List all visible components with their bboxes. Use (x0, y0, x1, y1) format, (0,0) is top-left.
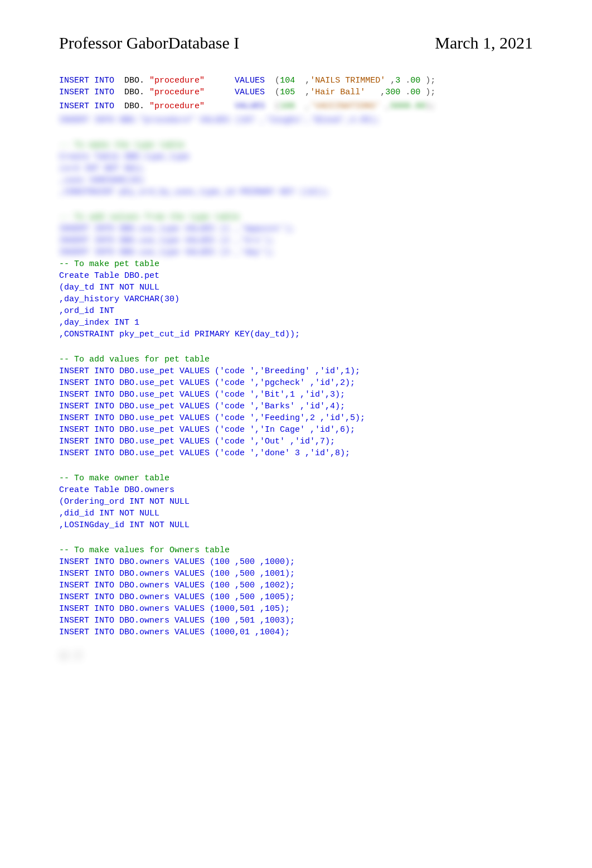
blur-line: INSERT INTO DBO."procedure" VALUES (107 … (59, 115, 380, 125)
sql-line-3: INSERT INTO DBO. "procedure" VALUES (106… (59, 98, 533, 112)
footer-blur: ㅁ 7 (59, 649, 533, 663)
paren-open: ( (265, 102, 280, 111)
comma: , (385, 76, 395, 85)
blur-line: Create Table DBO.pet (59, 271, 159, 281)
blur-comment: -- To make values for Owners table (59, 546, 230, 555)
comma: , (295, 102, 310, 111)
number: 104 (280, 76, 295, 85)
comma: , (365, 88, 385, 97)
footer-text: ㅁ 7 (59, 651, 81, 662)
keyword-values: VALUES (205, 76, 265, 85)
blur-line: ,uses VARCHAR(20) (59, 176, 144, 185)
keyword-proc: "procedure" (144, 76, 205, 85)
blur-comment: -- To add values from the type table (59, 213, 240, 222)
keyword-dbo: DBO. (114, 88, 144, 97)
blur-comment: -- To make owner table (59, 474, 169, 483)
blur-comment: -- To add values for pet table (59, 355, 210, 364)
blur-line: INSERT INTO DBO.owners VALUES (1000,01 ,… (59, 628, 290, 637)
blur-line: INSERT INTO DBO.use_type VALUES (2 ,'hrs… (59, 236, 275, 245)
keyword-dbo: DBO. (114, 102, 144, 111)
dot: . (400, 88, 410, 97)
sql-line-1: INSERT INTO DBO. "procedure" VALUES (104… (59, 75, 533, 86)
blur-line: INSERT INTO DBO.use_pet VALUES ('code ',… (59, 390, 345, 399)
blur-line: Create Table DBO.owners (59, 485, 174, 495)
keyword-insert: INSERT INTO (59, 102, 114, 111)
number: 5000 (390, 102, 410, 111)
blur-line: INSERT INTO DBO.use_type VALUES (3 ,'day… (59, 248, 275, 257)
paren-open: ( (265, 88, 280, 97)
blur-line: ,day_history VARCHAR(30) (59, 295, 179, 304)
blur-line: INSERT INTO DBO.use_pet VALUES ('code ',… (59, 402, 345, 411)
blur-comment: -- To make pet table (59, 259, 159, 269)
blur-line: INSERT INTO DBO.use_pet VALUES ('code ',… (59, 367, 360, 376)
keyword-proc: "procedure" (144, 102, 205, 111)
number: 300 (385, 88, 400, 97)
blur-comment: -- To make the type table (59, 141, 185, 150)
paren-close: ); (420, 76, 435, 85)
blur-line: INSERT INTO DBO.owners VALUES (100 ,500 … (59, 581, 295, 590)
number: 00 (410, 76, 420, 85)
blur-line: ,CONSTRAINT pky_pet_cut_id PRIMARY KEY(d… (59, 330, 300, 339)
comma: , (295, 76, 310, 85)
blur-line: INSERT INTO DBO.use_pet VALUES ('code ',… (59, 378, 355, 388)
blur-line: INSERT INTO DBO.use_pet VALUES ('code ',… (59, 449, 350, 458)
blur-line: Create Table DBO.type_type (59, 152, 190, 162)
dot: . (400, 76, 410, 85)
keyword-insert: INSERT INTO (59, 88, 114, 97)
blur-line: INSERT INTO DBO.owners VALUES (100 ,500 … (59, 569, 295, 578)
blur-line: (ord INT NOT NULL (59, 164, 144, 173)
keyword-values: VALUES (205, 88, 265, 97)
paren-open: ( (265, 76, 280, 85)
comma: , (295, 88, 310, 97)
blur-line: INSERT INTO DBO.use_type VALUES (1 ,'App… (59, 224, 295, 234)
blur-line: INSERT INTO DBO.owners VALUES (100 ,500 … (59, 557, 295, 567)
keyword-proc: "procedure" (144, 88, 205, 97)
blur-line: INSERT INTO DBO.use_pet VALUES ('code ',… (59, 413, 365, 423)
sql-code-block: INSERT INTO DBO. "procedure" VALUES (104… (59, 75, 533, 112)
paren-close: ); (425, 102, 435, 111)
blur-line: (Ordering_ord INT NOT NULL (59, 497, 190, 507)
number: .00 (410, 102, 425, 111)
blur-line: INSERT INTO DBO.owners VALUES (100 ,500 … (59, 592, 295, 602)
keyword-values: VALUES (205, 102, 265, 111)
number: 106 (280, 102, 295, 111)
number: 00 (410, 88, 420, 97)
blur-line: INSERT INTO DBO.owners VALUES (1000,501 … (59, 604, 290, 614)
blur-line: INSERT INTO DBO.owners VALUES (100 ,501 … (59, 616, 295, 625)
number: 3 (395, 76, 400, 85)
string-literal: 'VACCINATIONS' (310, 102, 380, 111)
blurred-content: INSERT INTO DBO."procedure" VALUES (107 … (59, 114, 533, 258)
blur-line: ,ord_id INT (59, 306, 114, 316)
blur-line: INSERT INTO DBO.use_pet VALUES ('code ',… (59, 437, 335, 446)
blur-line: ,did_id INT NOT NULL (59, 509, 159, 518)
keyword-insert: INSERT INTO (59, 76, 114, 85)
sql-line-2: INSERT INTO DBO. "procedure" VALUES (105… (59, 86, 533, 98)
blur-line: ,day_index INT 1 (59, 318, 139, 327)
blur-line: ,CONSTRAINT pky_ord_by_uses_type_id PRIM… (59, 187, 330, 197)
header-left-title: Professor GaborDatabase I (59, 33, 239, 52)
keyword-dbo: DBO. (114, 76, 144, 85)
page-header: Professor GaborDatabase I March 1, 2021 (59, 33, 533, 52)
blur-line: ,LOSINGday_id INT NOT NULL (59, 520, 190, 530)
blur-line: (day_td INT NOT NULL (59, 283, 159, 292)
comma: , (380, 102, 390, 111)
blur-line: INSERT INTO DBO.use_pet VALUES ('code ',… (59, 425, 355, 435)
string-literal: 'NAILS TRIMMED' (310, 76, 385, 85)
number: 105 (280, 88, 295, 97)
string-literal: 'Hair Ball' (310, 88, 365, 97)
header-date: March 1, 2021 (435, 33, 533, 52)
paren-close: ); (420, 88, 435, 97)
